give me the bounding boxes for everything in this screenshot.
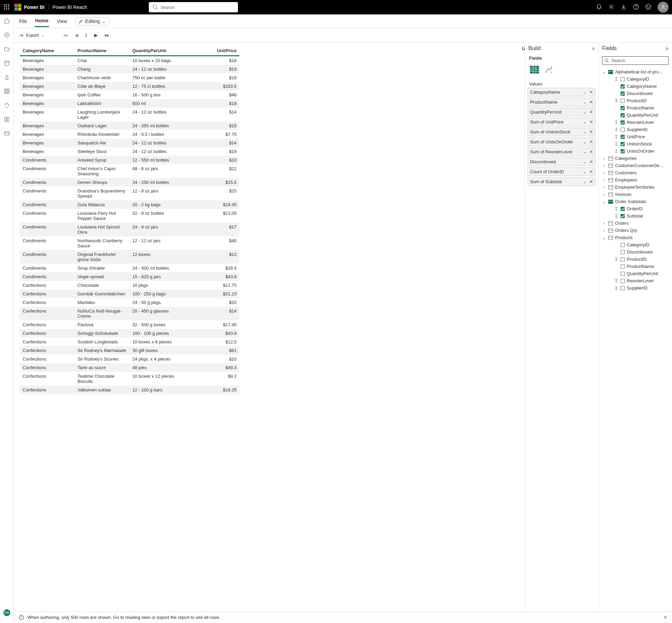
svg-point-16 — [649, 6, 650, 7]
chevron-down-icon: ⌄ — [41, 33, 45, 38]
svg-point-0 — [4, 4, 5, 5]
svg-line-10 — [156, 8, 157, 9]
report-name: Power BI Reach — [52, 4, 87, 10]
editing-mode-button[interactable]: Editing ⌄ — [75, 17, 110, 25]
tab-file[interactable]: File — [19, 16, 28, 27]
svg-point-5 — [8, 6, 9, 7]
prev-page-icon[interactable]: ◀ — [75, 33, 78, 38]
download-icon[interactable] — [621, 4, 627, 11]
svg-point-4 — [6, 6, 7, 7]
account-avatar[interactable] — [658, 2, 669, 13]
home-icon[interactable] — [4, 18, 10, 25]
export-icon — [19, 33, 24, 38]
svg-point-14 — [646, 4, 651, 9]
export-button[interactable]: Export ⌄ — [19, 33, 45, 38]
pencil-icon — [79, 19, 83, 24]
next-page-icon[interactable]: ▶ — [94, 33, 98, 38]
first-page-icon[interactable]: ⏮ — [63, 33, 68, 38]
svg-point-17 — [662, 5, 664, 7]
svg-point-8 — [8, 8, 9, 9]
page-number: 1 — [85, 33, 87, 38]
global-search[interactable]: Search — [149, 2, 238, 12]
export-label: Export — [26, 33, 39, 38]
notifications-icon[interactable] — [596, 4, 602, 11]
svg-point-13 — [636, 8, 636, 9]
svg-point-3 — [4, 6, 5, 7]
ribbon: File Home View Editing ⌄ — [14, 14, 672, 28]
svg-point-9 — [153, 5, 157, 9]
last-page-icon[interactable]: ⏭ — [105, 33, 109, 38]
svg-point-11 — [611, 6, 612, 8]
product-name: Power BI — [24, 4, 49, 10]
settings-icon[interactable] — [608, 4, 614, 11]
svg-point-7 — [6, 8, 7, 9]
svg-point-2 — [8, 4, 9, 5]
help-icon[interactable] — [633, 4, 639, 11]
app-launcher-icon[interactable] — [3, 4, 10, 11]
svg-point-6 — [4, 8, 5, 9]
tab-home[interactable]: Home — [35, 15, 49, 27]
pager: ⏮ ◀ 1 ▶ ⏭ — [63, 33, 109, 38]
svg-point-15 — [647, 6, 648, 7]
brand: Power BI Power BI Reach — [24, 4, 87, 10]
tab-view[interactable]: View — [56, 16, 68, 27]
tool-row: Export ⌄ ⏮ ◀ 1 ▶ ⏭ — [14, 28, 672, 43]
top-bar: Power BI Power BI Reach Search — [0, 0, 672, 14]
microsoft-logo-icon — [14, 4, 21, 11]
editing-label: Editing — [85, 19, 100, 24]
left-nav-rail: PB — [0, 14, 14, 43]
svg-point-1 — [6, 4, 7, 5]
search-icon — [152, 4, 158, 10]
create-icon[interactable] — [4, 32, 10, 39]
chevron-down-icon: ⌄ — [102, 19, 106, 24]
feedback-icon[interactable] — [645, 4, 651, 11]
search-placeholder: Search — [160, 5, 175, 10]
